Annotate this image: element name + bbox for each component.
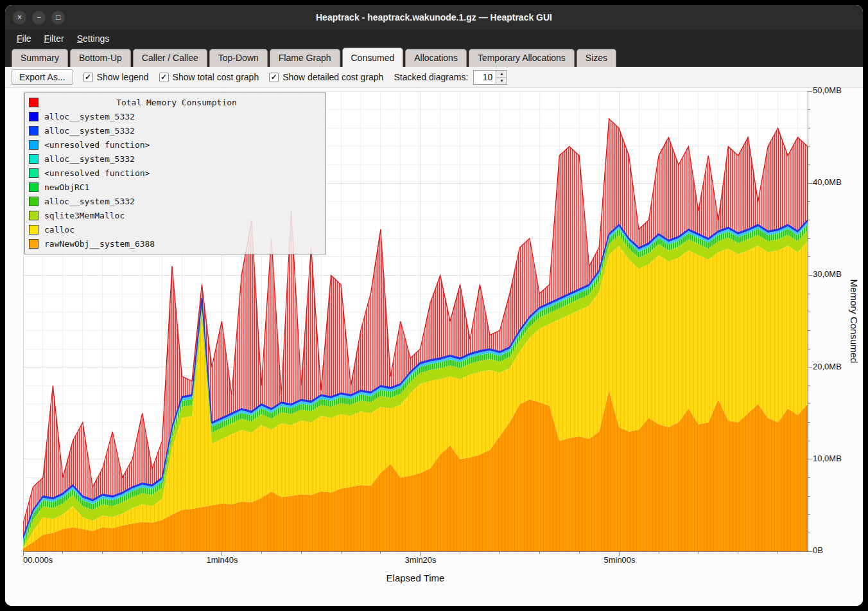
legend-swatch: [29, 182, 39, 192]
window-title: Heaptrack - heaptrack.wakunode.1.gz — He…: [316, 12, 552, 22]
menu-filter[interactable]: Filter: [38, 31, 71, 46]
legend-item[interactable]: alloc__system_5332: [29, 109, 322, 123]
y-tick-label: 0B: [813, 545, 823, 555]
x-tick-label: 3min20s: [404, 555, 436, 565]
tab-top-down[interactable]: Top-Down: [209, 49, 268, 67]
show-total-cost-checkbox[interactable]: ✓ Show total cost graph: [159, 72, 259, 82]
window-controls: × − □: [13, 5, 65, 30]
x-tick-label: 1min40s: [206, 555, 238, 565]
legend-swatch: [29, 211, 39, 220]
tab-allocations[interactable]: Allocations: [405, 49, 467, 67]
y-tick-label: 20,0MB: [813, 362, 842, 371]
legend-item-label: <unresolved function>: [44, 140, 150, 150]
menu-settings[interactable]: Settings: [71, 31, 116, 46]
legend-item-label: rawNewObj__system_6388: [44, 239, 155, 249]
legend-item[interactable]: rawNewObj__system_6388: [29, 236, 322, 251]
maximize-icon[interactable]: □: [51, 11, 65, 24]
tab-flame-graph[interactable]: Flame Graph: [270, 49, 340, 67]
spin-down-icon[interactable]: ▼: [496, 78, 507, 84]
legend-item[interactable]: calloc: [29, 222, 322, 236]
show-detailed-cost-checkbox[interactable]: ✓ Show detailed cost graph: [269, 72, 383, 82]
y-tick-label: 30,0MB: [813, 269, 842, 279]
legend-item-label: alloc__system_5332: [44, 126, 135, 136]
checkbox-check-icon: ✓: [269, 73, 279, 82]
tab-temporary-allocations[interactable]: Temporary Allocations: [469, 49, 575, 67]
tab-summary[interactable]: Summary: [12, 49, 68, 67]
legend-item-label: sqlite3MemMalloc: [44, 211, 125, 220]
legend-swatch: [29, 239, 39, 249]
y-tick-label: 50,0MB: [813, 85, 842, 95]
legend-swatch: [29, 126, 39, 136]
minimize-icon[interactable]: −: [32, 11, 46, 24]
legend-item-label: alloc__system_5332: [44, 112, 135, 121]
legend-item[interactable]: <unresolved function>: [29, 137, 322, 152]
y-tick-label: 10,0MB: [813, 454, 842, 463]
legend-item-label: alloc__system_5332: [44, 154, 135, 164]
legend-swatch: [29, 154, 39, 164]
chart-area: 50,0MB 40,0MB 30,0MB 20,0MB 10,0MB 0B Me…: [5, 88, 863, 606]
show-detailed-cost-label: Show detailed cost graph: [282, 72, 383, 82]
legend-item[interactable]: alloc__system_5332: [29, 152, 322, 166]
legend-item-label: <unresolved function>: [44, 168, 150, 178]
legend-title: Total Memory Consumption: [44, 98, 322, 107]
stacked-diagrams-label: Stacked diagrams:: [394, 72, 468, 82]
chart-legend: Total Memory Consumption alloc__system_5…: [24, 93, 326, 254]
show-total-cost-label: Show total cost graph: [173, 72, 259, 82]
legend-swatch: [29, 112, 39, 121]
legend-item-label: alloc__system_5332: [44, 197, 135, 206]
titlebar[interactable]: × − □ Heaptrack - heaptrack.wakunode.1.g…: [5, 5, 863, 30]
tab-bottom-up[interactable]: Bottom-Up: [70, 49, 131, 67]
stacked-diagrams-value[interactable]: 10: [473, 70, 496, 85]
tab-bar: Summary Bottom-Up Caller / Callee Top-Do…: [5, 47, 863, 67]
legend-swatch: [29, 98, 39, 107]
tab-consumed[interactable]: Consumed: [342, 48, 404, 67]
legend-item[interactable]: newObjRC1: [29, 180, 322, 194]
close-icon[interactable]: ×: [13, 11, 26, 24]
tab-caller-callee[interactable]: Caller / Callee: [133, 49, 207, 67]
menu-file[interactable]: File: [10, 31, 38, 46]
tab-sizes[interactable]: Sizes: [577, 49, 616, 67]
export-as-button[interactable]: Export As...: [12, 69, 73, 85]
y-tick-label: 40,0MB: [813, 177, 842, 187]
show-legend-label: Show legend: [97, 72, 149, 82]
app-window: × − □ Heaptrack - heaptrack.wakunode.1.g…: [5, 5, 863, 606]
checkbox-check-icon: ✓: [159, 73, 169, 82]
legend-title-row[interactable]: Total Memory Consumption: [29, 95, 322, 109]
toolbar: Export As... ✓ Show legend ✓ Show total …: [5, 67, 863, 88]
legend-swatch: [29, 197, 39, 206]
y-axis-label: Memory Consumed: [849, 279, 860, 364]
legend-item-label: calloc: [44, 225, 74, 235]
legend-item-label: newObjRC1: [44, 182, 89, 192]
legend-item[interactable]: sqlite3MemMalloc: [29, 208, 322, 222]
stacked-diagrams-spinner[interactable]: 10 ▲ ▼: [473, 70, 507, 85]
menubar: File Filter Settings: [5, 30, 863, 47]
show-legend-checkbox[interactable]: ✓ Show legend: [83, 72, 149, 82]
legend-item[interactable]: alloc__system_5332: [29, 123, 322, 137]
checkbox-check-icon: ✓: [83, 73, 93, 82]
legend-item[interactable]: <unresolved function>: [29, 166, 322, 180]
x-axis-label: Elapsed Time: [386, 572, 445, 583]
legend-swatch: [29, 140, 39, 150]
x-tick-label: 5min00s: [603, 555, 635, 565]
spin-up-icon[interactable]: ▲: [496, 71, 507, 78]
x-tick-label: 00.000s: [23, 555, 53, 565]
legend-item[interactable]: alloc__system_5332: [29, 194, 322, 208]
legend-swatch: [29, 225, 39, 235]
legend-swatch: [29, 168, 39, 178]
spinner-buttons: ▲ ▼: [496, 70, 507, 85]
